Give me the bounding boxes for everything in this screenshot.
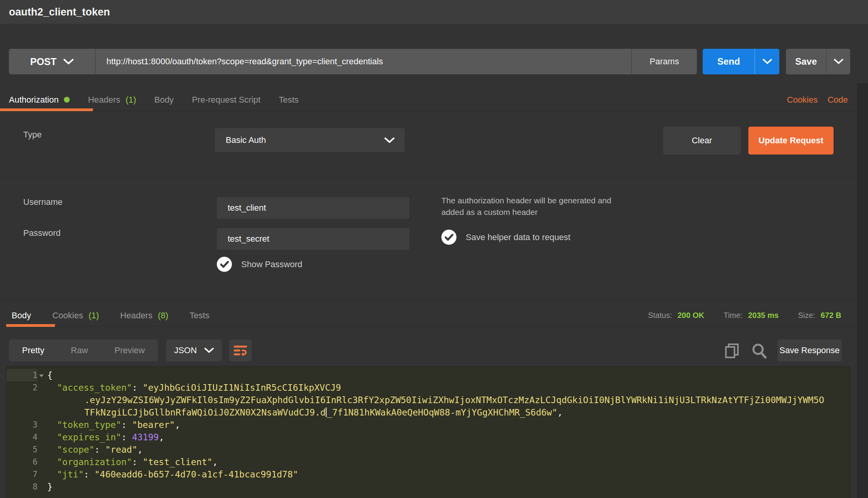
update-request-button[interactable]: Update Request bbox=[748, 127, 834, 155]
tab-label: Tests bbox=[190, 311, 209, 321]
tab-label: Headers bbox=[88, 95, 120, 105]
collapse-caret-icon[interactable] bbox=[39, 374, 44, 377]
code-segment: "jti" bbox=[57, 469, 84, 479]
code-segment: , bbox=[213, 457, 218, 467]
code-line: 7"jti": "460eadd6-b657-4d70-a1cf-41bcac9… bbox=[7, 468, 850, 481]
line-number: 5 bbox=[7, 443, 38, 456]
scrollbar-track[interactable] bbox=[857, 83, 868, 498]
code-segment: "bearer" bbox=[132, 420, 175, 430]
view-mode-raw[interactable]: Raw bbox=[71, 345, 88, 355]
params-label: Params bbox=[650, 57, 679, 67]
code-segment: .eyJzY29wZSI6WyJyZWFkIl0sIm9yZ2FuaXphdGl… bbox=[84, 395, 824, 405]
username-field[interactable]: test_client bbox=[217, 197, 410, 219]
auth-helper-note: The authorization header will be generat… bbox=[441, 195, 611, 218]
tab-headers[interactable]: Headers (1) bbox=[88, 95, 136, 105]
code-lines: 1{2"access_token": "eyJhbGciOiJIUzI1NiIs… bbox=[7, 369, 850, 493]
tab-label: Body bbox=[12, 311, 31, 321]
response-tab-body[interactable]: Body bbox=[12, 311, 31, 321]
response-body-viewer[interactable]: 1{2"access_token": "eyJhbGciOiJIUzI1NiIs… bbox=[6, 366, 850, 498]
code-segment: "token_type" bbox=[57, 420, 121, 430]
active-tab-underline bbox=[6, 324, 55, 327]
tab-authorization[interactable]: Authorization bbox=[9, 95, 70, 105]
send-button[interactable]: Send bbox=[703, 49, 755, 74]
response-tabs: Body Cookies (1) Headers (8) Tests Statu… bbox=[0, 304, 868, 327]
clear-label: Clear bbox=[692, 136, 712, 146]
chevron-down-icon bbox=[204, 348, 214, 353]
code-segment: "test_client" bbox=[143, 457, 213, 467]
save-helper-label: Save helper data to request bbox=[466, 232, 570, 242]
code-segment: } bbox=[47, 482, 53, 492]
response-tab-headers[interactable]: Headers (8) bbox=[120, 311, 168, 321]
checkbox-checked-icon bbox=[441, 230, 456, 245]
code-line: 3"token_type": "bearer", bbox=[7, 419, 850, 431]
wrap-text-icon bbox=[234, 345, 247, 356]
code-segment: "read" bbox=[105, 445, 137, 455]
code-segment: : bbox=[94, 445, 105, 455]
line-number: 4 bbox=[7, 431, 38, 443]
code-line: 2"access_token": "eyJhbGciOiJIUzI1NiIsIn… bbox=[7, 381, 850, 394]
wrap-text-button[interactable] bbox=[229, 340, 252, 361]
format-select[interactable]: JSON bbox=[166, 340, 222, 361]
save-options-button[interactable] bbox=[826, 49, 850, 74]
code-segment: : bbox=[121, 432, 132, 442]
cookies-link[interactable]: Cookies bbox=[787, 89, 818, 111]
code-link[interactable]: Code bbox=[827, 89, 848, 111]
show-password-label: Show Password bbox=[241, 259, 302, 270]
code-segment: "scope" bbox=[57, 445, 94, 455]
code-segment: , bbox=[159, 432, 164, 442]
params-button[interactable]: Params bbox=[631, 49, 697, 74]
url-input[interactable]: http://host1:8000/oauth/token?scope=read… bbox=[96, 49, 631, 74]
code-segment: "460eadd6-b657-4d70-a1cf-41bcac991d78" bbox=[94, 469, 298, 479]
response-toolbar: Pretty Raw Preview JSON bbox=[0, 340, 868, 361]
request-url-bar: POST http://host1:8000/oauth/token?scope… bbox=[9, 49, 697, 74]
size-label: Size: bbox=[798, 311, 815, 320]
code-segment: "access_token" bbox=[57, 383, 132, 393]
code-segment: , bbox=[137, 445, 143, 455]
line-number: 8 bbox=[7, 481, 38, 493]
response-tab-cookies[interactable]: Cookies (1) bbox=[52, 311, 99, 321]
line-number: 6 bbox=[7, 456, 38, 468]
save-helper-checkbox[interactable]: Save helper data to request bbox=[441, 230, 570, 245]
send-options-button[interactable] bbox=[755, 49, 779, 74]
update-request-label: Update Request bbox=[758, 136, 823, 146]
code-segment: _7f1N81hKWakA0eQeHOqW88-mYjYGgXHChMR_S6d… bbox=[327, 407, 557, 417]
show-password-checkbox[interactable]: Show Password bbox=[217, 257, 302, 272]
auth-active-dot bbox=[64, 97, 70, 103]
code-line: 8} bbox=[7, 481, 850, 493]
code-segment: TFkNzgiLCJjbGllbnRfaWQiOiJ0ZXN0X2NsaWVud… bbox=[84, 407, 326, 417]
url-text: http://host1:8000/oauth/token?scope=read… bbox=[106, 57, 383, 67]
tab-body[interactable]: Body bbox=[154, 95, 173, 105]
code-segment: : bbox=[132, 383, 143, 393]
save-response-button[interactable]: Save Response bbox=[777, 340, 842, 361]
save-button[interactable]: Save bbox=[786, 49, 826, 74]
code-segment: 43199 bbox=[132, 432, 159, 442]
save-button-group: Save bbox=[786, 49, 850, 74]
save-response-label: Save Response bbox=[779, 345, 839, 355]
search-response-button[interactable] bbox=[751, 343, 767, 359]
password-label: Password bbox=[23, 228, 61, 238]
method-dropdown[interactable]: POST bbox=[9, 49, 96, 74]
auth-type-select[interactable]: Basic Auth bbox=[215, 128, 405, 152]
code-segment: : bbox=[132, 457, 143, 467]
code-line: 5"scope": "read", bbox=[7, 443, 850, 456]
view-mode-preview[interactable]: Preview bbox=[115, 345, 145, 355]
response-tab-tests[interactable]: Tests bbox=[190, 311, 209, 321]
tab-tests[interactable]: Tests bbox=[279, 95, 298, 105]
save-label: Save bbox=[795, 56, 817, 67]
code-line: TFkNzgiLCJjbGllbnRfaWQiOiJ0ZXN0X2NsaWVud… bbox=[7, 406, 850, 419]
line-number: 7 bbox=[7, 468, 38, 481]
tab-count: (8) bbox=[158, 311, 168, 321]
send-label: Send bbox=[717, 56, 740, 67]
password-field[interactable]: test_secret bbox=[217, 228, 410, 250]
code-segment: "expires_in" bbox=[57, 432, 121, 442]
view-mode-switch: Pretty Raw Preview bbox=[9, 340, 158, 361]
view-mode-pretty[interactable]: Pretty bbox=[22, 345, 44, 355]
helper-note-line2: added as a custom header bbox=[441, 206, 611, 218]
chevron-down-icon bbox=[384, 137, 405, 143]
copy-response-button[interactable] bbox=[724, 343, 740, 359]
chevron-down-icon bbox=[834, 59, 843, 64]
title-bar: oauth2_client_token bbox=[0, 0, 868, 24]
tab-pre-request-script[interactable]: Pre-request Script bbox=[192, 95, 261, 105]
active-tab-underline bbox=[0, 108, 93, 111]
clear-button[interactable]: Clear bbox=[663, 127, 741, 155]
